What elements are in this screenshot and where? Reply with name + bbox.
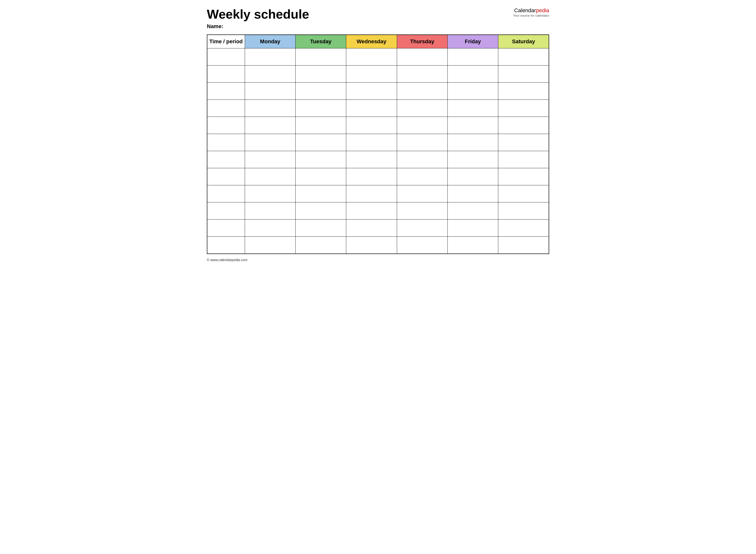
schedule-cell[interactable]: [245, 237, 295, 254]
col-header-saturday: Saturday: [498, 35, 549, 48]
time-cell[interactable]: [207, 237, 245, 254]
time-cell[interactable]: [207, 48, 245, 65]
schedule-cell[interactable]: [245, 65, 295, 82]
schedule-cell[interactable]: [498, 220, 549, 237]
schedule-cell[interactable]: [397, 203, 447, 220]
schedule-cell[interactable]: [245, 117, 295, 134]
schedule-cell[interactable]: [346, 203, 397, 220]
schedule-cell[interactable]: [397, 134, 447, 151]
schedule-cell[interactable]: [397, 237, 447, 254]
schedule-cell[interactable]: [397, 168, 447, 185]
col-header-monday: Monday: [245, 35, 295, 48]
table-row: [207, 82, 549, 100]
schedule-cell[interactable]: [447, 134, 498, 151]
schedule-cell[interactable]: [498, 100, 549, 117]
schedule-cell[interactable]: [447, 65, 498, 82]
schedule-cell[interactable]: [498, 48, 549, 65]
time-cell[interactable]: [207, 185, 245, 203]
schedule-cell[interactable]: [498, 151, 549, 168]
schedule-cell[interactable]: [498, 134, 549, 151]
schedule-cell[interactable]: [447, 168, 498, 185]
schedule-cell[interactable]: [245, 100, 295, 117]
schedule-cell[interactable]: [295, 117, 346, 134]
schedule-cell[interactable]: [346, 237, 397, 254]
schedule-cell[interactable]: [447, 220, 498, 237]
schedule-cell[interactable]: [397, 151, 447, 168]
schedule-cell[interactable]: [447, 48, 498, 65]
schedule-cell[interactable]: [498, 65, 549, 82]
schedule-cell[interactable]: [245, 203, 295, 220]
schedule-cell[interactable]: [295, 203, 346, 220]
time-cell[interactable]: [207, 134, 245, 151]
schedule-cell[interactable]: [498, 82, 549, 100]
time-cell[interactable]: [207, 117, 245, 134]
schedule-cell[interactable]: [447, 237, 498, 254]
schedule-cell[interactable]: [295, 134, 346, 151]
logo-pedia: pedia: [536, 7, 549, 13]
schedule-cell[interactable]: [245, 168, 295, 185]
time-cell[interactable]: [207, 82, 245, 100]
schedule-cell[interactable]: [295, 82, 346, 100]
schedule-cell[interactable]: [346, 65, 397, 82]
schedule-cell[interactable]: [498, 203, 549, 220]
table-row: [207, 134, 549, 151]
schedule-cell[interactable]: [346, 48, 397, 65]
schedule-cell[interactable]: [245, 185, 295, 203]
time-cell[interactable]: [207, 220, 245, 237]
schedule-cell[interactable]: [397, 220, 447, 237]
table-row: [207, 117, 549, 134]
schedule-cell[interactable]: [397, 100, 447, 117]
name-label: Name:: [207, 23, 513, 30]
time-cell[interactable]: [207, 65, 245, 82]
schedule-cell[interactable]: [295, 220, 346, 237]
schedule-cell[interactable]: [397, 65, 447, 82]
schedule-cell[interactable]: [397, 117, 447, 134]
schedule-cell[interactable]: [346, 151, 397, 168]
table-row: [207, 65, 549, 82]
schedule-cell[interactable]: [498, 117, 549, 134]
schedule-cell[interactable]: [447, 82, 498, 100]
logo-subtitle: Your source for calendars: [513, 14, 549, 17]
schedule-cell[interactable]: [498, 237, 549, 254]
table-header-row: Time / period Monday Tuesday Wednesday T…: [207, 35, 549, 48]
schedule-cell[interactable]: [397, 48, 447, 65]
schedule-cell[interactable]: [346, 134, 397, 151]
schedule-cell[interactable]: [295, 168, 346, 185]
schedule-cell[interactable]: [346, 168, 397, 185]
schedule-cell[interactable]: [498, 168, 549, 185]
table-row: [207, 151, 549, 168]
schedule-cell[interactable]: [245, 134, 295, 151]
schedule-cell[interactable]: [498, 185, 549, 203]
schedule-cell[interactable]: [346, 82, 397, 100]
schedule-cell[interactable]: [447, 185, 498, 203]
time-cell[interactable]: [207, 203, 245, 220]
schedule-cell[interactable]: [295, 237, 346, 254]
schedule-cell[interactable]: [295, 100, 346, 117]
schedule-cell[interactable]: [295, 151, 346, 168]
schedule-cell[interactable]: [245, 220, 295, 237]
page-header: Weekly schedule Name: Calendarpedia Your…: [207, 7, 549, 30]
schedule-cell[interactable]: [447, 100, 498, 117]
schedule-cell[interactable]: [397, 185, 447, 203]
schedule-cell[interactable]: [245, 82, 295, 100]
time-cell[interactable]: [207, 100, 245, 117]
time-cell[interactable]: [207, 168, 245, 185]
schedule-cell[interactable]: [346, 185, 397, 203]
schedule-cell[interactable]: [245, 48, 295, 65]
schedule-cell[interactable]: [346, 100, 397, 117]
col-header-time: Time / period: [207, 35, 245, 48]
schedule-cell[interactable]: [346, 117, 397, 134]
time-cell[interactable]: [207, 151, 245, 168]
logo-calendar: Calendar: [514, 7, 536, 13]
schedule-cell[interactable]: [295, 65, 346, 82]
schedule-cell[interactable]: [447, 203, 498, 220]
schedule-body: [207, 48, 549, 254]
schedule-cell[interactable]: [245, 151, 295, 168]
col-header-tuesday: Tuesday: [295, 35, 346, 48]
schedule-cell[interactable]: [447, 117, 498, 134]
schedule-cell[interactable]: [397, 82, 447, 100]
schedule-cell[interactable]: [295, 185, 346, 203]
schedule-cell[interactable]: [346, 220, 397, 237]
schedule-cell[interactable]: [447, 151, 498, 168]
schedule-cell[interactable]: [295, 48, 346, 65]
